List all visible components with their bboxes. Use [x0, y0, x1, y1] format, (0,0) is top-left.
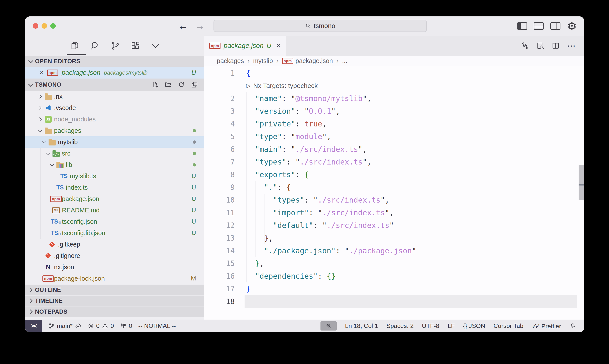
code-line-14[interactable]: 14 "./package.json": "./package.json" [204, 244, 584, 257]
tree-item-index.ts[interactable]: TSindex.tsU [25, 182, 204, 193]
tree-item-.vscode[interactable]: .vscode [25, 102, 204, 114]
tree-item-tsconfig.json[interactable]: TStsconfig.jsonU [25, 216, 204, 227]
code-line-18[interactable]: 18 [204, 295, 584, 308]
breadcrumb-item[interactable]: mytslib [253, 57, 273, 65]
history-back-button[interactable]: ← [178, 20, 188, 31]
code-line-10[interactable]: 10 "types": "./src/index.ts", [204, 194, 584, 206]
code-line-16[interactable]: 16 "dependencies": {} [204, 270, 584, 282]
line-number: 8 [204, 170, 239, 179]
section-header-notepads[interactable]: NOTEPADS [25, 306, 204, 317]
section-header-outline[interactable]: OUTLINE [25, 285, 204, 295]
compare-changes-icon[interactable] [521, 41, 529, 50]
close-tab-icon[interactable]: × [276, 41, 281, 50]
breadcrumb-item[interactable]: packages [217, 57, 244, 65]
broadcast-icon [120, 323, 127, 329]
code-line-8[interactable]: 8 "exports": { [204, 168, 584, 181]
encoding-setting[interactable]: UTF-8 [422, 323, 439, 329]
indentation-setting[interactable]: Spaces: 2 [386, 323, 414, 329]
code-line-6[interactable]: 6 "main": "./src/index.ts", [204, 143, 584, 156]
history-forward-button[interactable]: → [195, 20, 205, 31]
toggle-secondary-sidebar-icon[interactable] [550, 22, 560, 30]
twistie[interactable] [43, 152, 52, 155]
tree-item-mytslib[interactable]: mytslib [25, 136, 204, 148]
branch-status[interactable]: main* [48, 323, 81, 329]
maximize-window-button[interactable] [50, 23, 56, 29]
tree-item-package.json[interactable]: npmpackage.jsonU [25, 193, 204, 205]
code-line-12[interactable]: 12 "default": "./src/index.ts" [204, 219, 584, 232]
code-line-3[interactable]: 3 "version": "0.0.1", [204, 105, 584, 117]
twistie[interactable] [36, 129, 43, 132]
tree-item-lib[interactable]: lib [25, 159, 204, 170]
language-mode[interactable]: {} JSON [463, 323, 485, 329]
vim-mode-indicator[interactable]: -- NORMAL -- [138, 323, 176, 329]
code-line-1[interactable]: 1{ [204, 67, 584, 79]
extensions-icon[interactable] [130, 41, 141, 51]
breadcrumb-item[interactable]: ... [342, 57, 347, 65]
code-line-4[interactable]: 4 "private": true, [204, 117, 584, 130]
tree-item-mytslib.ts[interactable]: TSmytslib.tsU [25, 170, 204, 182]
code-line-17[interactable]: 17} [204, 282, 584, 295]
find-in-file-icon[interactable] [536, 41, 544, 50]
toggle-panel-icon[interactable] [534, 22, 544, 30]
open-editor-item[interactable]: × npm package.json packages/mytslib U [25, 67, 204, 78]
breadcrumb-item[interactable]: npmpackage.json [282, 57, 333, 65]
tree-item-src[interactable]: </>src [25, 148, 204, 159]
tree-item-.gitkeep[interactable]: .gitkeep [25, 239, 204, 250]
cursor-position[interactable]: Ln 18, Col 1 [345, 323, 378, 329]
collapse-all-icon[interactable] [191, 81, 198, 88]
twistie[interactable] [36, 95, 43, 98]
notifications-bell-icon[interactable] [570, 323, 576, 329]
tab-package-json[interactable]: npm package.json U × [204, 36, 286, 56]
tree-item-nx.json[interactable]: Nnx.json [25, 261, 204, 273]
code-line-13[interactable]: 13 }, [204, 232, 584, 244]
ports-status[interactable]: 0 [120, 323, 132, 329]
formatter-status[interactable]: ✓✓Prettier [531, 322, 561, 330]
tree-item-tsconfig.lib.json[interactable]: TStsconfig.lib.jsonU [25, 227, 204, 239]
codelens-nx-targets[interactable]: ▷Nx Targets: typecheck [204, 79, 584, 92]
tree-item-README.md[interactable]: M↓README.mdU [25, 205, 204, 216]
section-header-timeline[interactable]: TIMELINE [25, 296, 204, 306]
more-actions-icon[interactable]: ⋯ [567, 41, 576, 50]
cursor-tab-status[interactable]: Cursor Tab [493, 323, 523, 329]
code-line-5[interactable]: 5 "type": "module", [204, 130, 584, 143]
tree-item-package-lock.json[interactable]: npmpackage-lock.jsonM [25, 273, 204, 284]
open-editors-header[interactable]: OPEN EDITORS [25, 56, 204, 67]
screencast-zoom-button[interactable] [321, 321, 337, 331]
close-window-button[interactable] [33, 23, 38, 29]
tree-item-node_modules[interactable]: JSnode_modules [25, 114, 204, 125]
search-view-icon[interactable] [90, 41, 100, 51]
more-views-chevron-icon[interactable] [151, 41, 161, 51]
scrollbar-thumb[interactable] [579, 165, 584, 200]
split-editor-icon[interactable] [551, 41, 560, 50]
new-file-icon[interactable] [151, 81, 159, 88]
line-number: 6 [204, 145, 239, 154]
eol-setting[interactable]: LF [448, 323, 455, 329]
code-line-9[interactable]: 9 ".": { [204, 181, 584, 194]
titlebar-actions: ⚙ [517, 16, 577, 36]
new-folder-icon[interactable] [165, 81, 172, 88]
close-editor-icon[interactable]: × [39, 69, 43, 77]
tree-item-.gitignore[interactable]: .gitignore [25, 250, 204, 261]
tree-item-packages[interactable]: packages [25, 125, 204, 136]
problems-status[interactable]: 0 0 [88, 323, 114, 329]
git-dot-badge [193, 129, 196, 132]
refresh-icon[interactable] [178, 81, 185, 88]
twistie[interactable] [36, 106, 43, 109]
explorer-icon[interactable] [70, 41, 80, 51]
code-line-11[interactable]: 11 "import": "./src/index.ts", [204, 206, 584, 219]
tree-item-.nx[interactable]: .nx [25, 91, 204, 102]
source-control-icon[interactable] [110, 41, 120, 51]
command-center-search[interactable]: tsmono [213, 20, 427, 32]
remote-indicator[interactable]: >< [25, 320, 42, 332]
minimize-window-button[interactable] [41, 23, 47, 29]
twistie[interactable] [36, 118, 43, 121]
code-line-2[interactable]: 2 "name": "@tsmono/mytslib", [204, 92, 584, 105]
settings-gear-icon[interactable]: ⚙ [567, 21, 577, 31]
code-line-15[interactable]: 15 }, [204, 257, 584, 270]
twistie[interactable] [48, 163, 55, 166]
code-line-7[interactable]: 7 "types": "./src/index.ts", [204, 156, 584, 168]
toggle-sidebar-icon[interactable] [517, 22, 527, 30]
explorer-section-header[interactable]: TSMONO [25, 78, 204, 91]
code-editor[interactable]: 1{▷Nx Targets: typecheck2 "name": "@tsmo… [204, 66, 584, 320]
twistie[interactable] [39, 141, 48, 143]
